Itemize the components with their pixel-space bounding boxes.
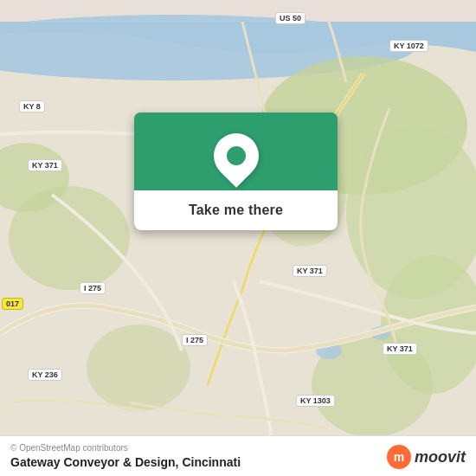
pin-inner [222, 142, 249, 169]
pin-outer [204, 124, 268, 188]
location-pin [212, 132, 261, 180]
popup-card: Take me there [134, 113, 338, 230]
road-label-i275-right: I 275 [182, 334, 208, 346]
moovit-logo: m moovit [387, 445, 466, 469]
map-background [0, 0, 476, 476]
road-label-ky1072: KY 1072 [389, 40, 428, 52]
road-label-ky371-right: KY 371 [293, 265, 327, 277]
road-label-ky017: 017 [2, 298, 23, 310]
map-container: US 50 KY 8 KY 1072 KY 371 KY 371 KY 371 … [0, 0, 476, 476]
road-label-us50: US 50 [275, 12, 306, 24]
road-label-i275-left: I 275 [80, 282, 106, 294]
road-label-ky371-left: KY 371 [28, 159, 62, 171]
moovit-m-letter: m [394, 451, 404, 463]
take-me-there-button[interactable]: Take me there [134, 190, 338, 230]
moovit-icon: m [387, 445, 411, 469]
popup-icon-area [134, 113, 338, 190]
road-label-ky236: KY 236 [28, 369, 62, 381]
road-label-ky371-far: KY 371 [383, 343, 417, 355]
svg-point-8 [87, 325, 190, 411]
road-label-ky8: KY 8 [19, 100, 45, 113]
moovit-text: moovit [415, 448, 466, 466]
road-label-ky1303: KY 1303 [296, 395, 335, 407]
bottom-bar: © OpenStreetMap contributors Gateway Con… [0, 435, 476, 476]
